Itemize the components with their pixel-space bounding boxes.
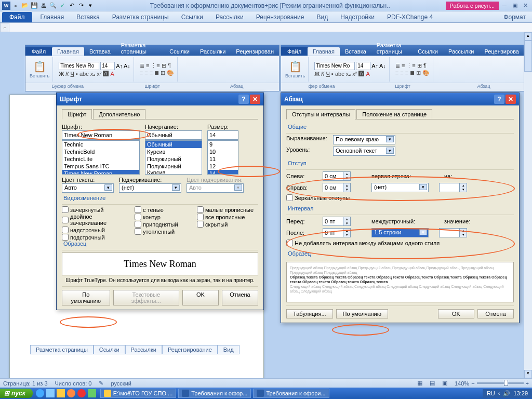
para-ok-button[interactable]: OK bbox=[438, 309, 474, 318]
linespacing-select[interactable]: 1,5 строки bbox=[371, 228, 429, 237]
ql-ie-icon[interactable] bbox=[36, 389, 44, 397]
ok-button[interactable]: OK bbox=[182, 290, 219, 305]
vertical-scrollbar[interactable]: ▴ ▾ bbox=[524, 32, 532, 378]
linespacing-at-spin[interactable]: ▴▾ bbox=[439, 228, 467, 237]
mini-tab-review[interactable]: Рецензирован bbox=[231, 47, 279, 56]
no-space-same-style-check[interactable]: Не добавлять интервал между абзацами одн… bbox=[286, 240, 514, 246]
tab-layout[interactable]: Разметка страницы bbox=[106, 12, 175, 22]
mini2-tab-review[interactable]: Рецензирова bbox=[479, 47, 524, 56]
mini-tab-home[interactable]: Главная bbox=[52, 47, 84, 56]
view-print-icon[interactable]: ▦ bbox=[417, 380, 422, 387]
fx-super[interactable]: надстрочный bbox=[62, 227, 129, 233]
taskbar-item-word1[interactable]: Требования к офор... bbox=[178, 389, 251, 398]
font-tab-font[interactable]: Шрифт bbox=[62, 109, 92, 119]
font-size-input-2[interactable] bbox=[356, 62, 370, 70]
zoom-out-icon[interactable]: − bbox=[471, 380, 474, 387]
view-read-icon[interactable]: ▤ bbox=[430, 380, 435, 387]
tray-clock[interactable]: 13:29 bbox=[513, 390, 528, 396]
ql-player-icon[interactable] bbox=[67, 389, 75, 397]
font-name-input-2[interactable] bbox=[314, 62, 355, 70]
ruler-tab-selector[interactable]: ⌐ bbox=[0, 23, 9, 32]
tab-format[interactable]: Формат bbox=[497, 12, 532, 22]
ql-desktop-icon[interactable] bbox=[46, 389, 55, 397]
para-cancel-button[interactable]: Отмена bbox=[477, 309, 514, 318]
more-icon[interactable]: ▾ bbox=[86, 2, 95, 10]
preview-icon[interactable]: 🔍 bbox=[49, 2, 57, 10]
style-list[interactable]: Обычный Курсив Полужирный Полужирный Кур… bbox=[145, 140, 202, 175]
underline-select[interactable]: (нет) bbox=[119, 183, 181, 193]
font-name-field[interactable] bbox=[62, 130, 140, 140]
paste-icon-2[interactable]: 📋 bbox=[289, 60, 302, 73]
ql-folder-icon[interactable] bbox=[57, 389, 65, 397]
save-icon[interactable]: 💾 bbox=[30, 2, 38, 10]
indent-left-spin[interactable]: ▴▾ bbox=[323, 171, 351, 181]
close-icon[interactable]: ✕ bbox=[250, 95, 260, 104]
file-tab[interactable]: Файл bbox=[2, 12, 32, 22]
tab-pdf[interactable]: PDF-XChange 4 bbox=[381, 12, 439, 22]
grow-font-icon[interactable]: A↑ bbox=[116, 63, 123, 69]
new-icon[interactable]: ▫ bbox=[11, 2, 20, 10]
fx-engrave[interactable]: утопленный bbox=[135, 228, 192, 235]
scroll-down-icon[interactable]: ▾ bbox=[524, 370, 532, 378]
para-tab-indents[interactable]: Отступы и интервалы bbox=[286, 109, 355, 119]
scroll-thumb[interactable] bbox=[524, 41, 532, 72]
tray-lang[interactable]: RU bbox=[487, 390, 495, 396]
mini-file-tab[interactable]: Файл bbox=[25, 47, 52, 56]
cancel-button[interactable]: Отмена bbox=[222, 290, 258, 305]
mini2-file-tab[interactable]: Файл bbox=[281, 47, 308, 56]
para-default-button[interactable]: По умолчанию bbox=[336, 309, 388, 318]
paste-icon[interactable]: 📋 bbox=[33, 60, 46, 73]
help-icon[interactable]: ? bbox=[238, 95, 249, 104]
close-icon[interactable]: ✕ bbox=[521, 2, 530, 10]
ql-opera-icon[interactable] bbox=[77, 389, 86, 397]
mini2-tab-layout[interactable]: Разметка страницы bbox=[371, 41, 413, 56]
help-icon[interactable]: ? bbox=[494, 95, 504, 104]
undo-icon[interactable]: ↶ bbox=[68, 2, 76, 10]
fx-hidden[interactable]: скрытый bbox=[197, 221, 254, 228]
tray-volume-icon[interactable]: 🔊 bbox=[503, 390, 510, 397]
mini2-tab-refs[interactable]: Ссылки bbox=[413, 47, 443, 56]
mini2-tab-home[interactable]: Главная bbox=[308, 47, 340, 56]
font-color-select[interactable]: Авто bbox=[62, 183, 114, 193]
size-list[interactable]: 9 10 11 12 14 bbox=[207, 140, 238, 175]
zoom-in-icon[interactable]: + bbox=[526, 380, 529, 387]
fx-emboss[interactable]: приподнятый bbox=[135, 221, 192, 228]
system-tray[interactable]: RU ‹ 🔊 13:29 bbox=[483, 389, 532, 398]
spell-status-icon[interactable]: ✎ bbox=[99, 380, 103, 387]
space-after-spin[interactable]: ▴▾ bbox=[323, 228, 351, 237]
redo-icon[interactable]: ↷ bbox=[77, 2, 85, 10]
font-tab-advanced[interactable]: Дополнительно bbox=[93, 109, 145, 119]
tab-addins[interactable]: Надстройки bbox=[334, 12, 381, 22]
font-name-input[interactable] bbox=[59, 62, 99, 70]
para-tab-page[interactable]: Положение на странице bbox=[356, 109, 432, 119]
fx-sub[interactable]: подстрочный bbox=[62, 234, 129, 241]
outline-level-select[interactable]: Основной текст bbox=[333, 147, 395, 156]
indent-right-spin[interactable]: ▴▾ bbox=[323, 183, 351, 192]
zoom-slider-thumb[interactable] bbox=[504, 380, 508, 386]
ql-app-icon[interactable] bbox=[88, 389, 96, 397]
fx-outline[interactable]: контур bbox=[135, 214, 192, 220]
tab-review[interactable]: Рецензирование bbox=[250, 12, 311, 22]
taskbar-item-word2[interactable]: Требования к офори... bbox=[253, 389, 329, 398]
zoom-level[interactable]: 140% bbox=[455, 380, 469, 387]
minimize-icon[interactable]: ─ bbox=[500, 2, 509, 10]
close-icon[interactable]: ✕ bbox=[506, 95, 516, 104]
space-before-spin[interactable]: ▴▾ bbox=[323, 217, 351, 226]
open-icon[interactable]: 📂 bbox=[21, 2, 29, 10]
fx-smallcaps[interactable]: малые прописные bbox=[197, 206, 254, 213]
firstline-by-spin[interactable]: ▴▾ bbox=[439, 183, 467, 192]
font-style-field[interactable] bbox=[145, 130, 202, 140]
fx-shadow[interactable]: с тенью bbox=[135, 206, 192, 213]
tab-mail[interactable]: Рассылки bbox=[209, 12, 250, 22]
mirror-indents-check[interactable]: Зеркальные отступы bbox=[286, 194, 514, 201]
default-button[interactable]: По умолчанию bbox=[62, 290, 110, 305]
print-icon[interactable]: 🖶 bbox=[39, 2, 48, 10]
tab-view[interactable]: Вид bbox=[310, 12, 334, 22]
font-size-field[interactable] bbox=[207, 130, 238, 140]
tab-refs[interactable]: Ссылки bbox=[175, 12, 209, 22]
tray-expand-icon[interactable]: ‹ bbox=[498, 390, 500, 396]
picture-tools-tab[interactable]: Работа с рисун... bbox=[446, 2, 499, 10]
taskbar-item-explorer[interactable]: E:\моё\ТО ГОУ СПО ... bbox=[100, 389, 176, 398]
mini-tab-insert[interactable]: Вставка bbox=[84, 47, 116, 56]
view-web-icon[interactable]: ▣ bbox=[442, 380, 447, 387]
